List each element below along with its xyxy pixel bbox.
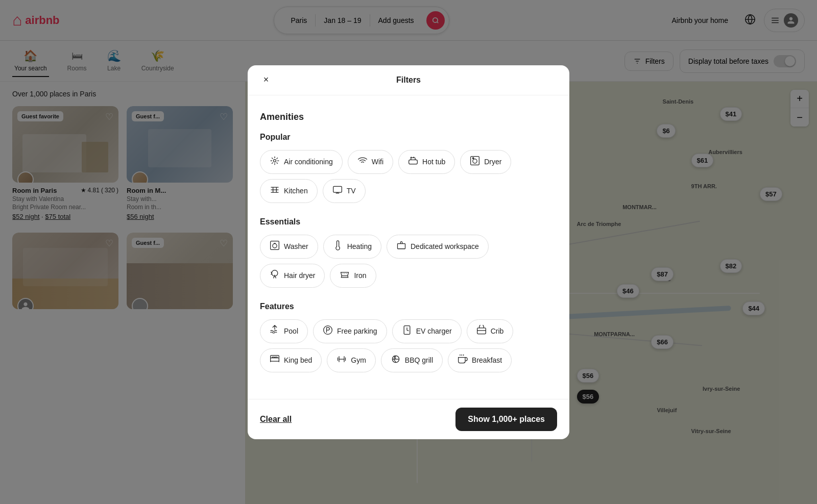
features-subsection-title: Features bbox=[260, 302, 557, 311]
popular-subsection: Popular Air conditioning bbox=[260, 133, 557, 203]
wifi-icon bbox=[357, 156, 368, 168]
amenity-bbq-grill[interactable]: BBQ grill bbox=[381, 348, 443, 372]
amenity-dedicated-workspace[interactable]: Dedicated workspace bbox=[387, 235, 489, 259]
breakfast-icon bbox=[458, 354, 468, 367]
svg-point-12 bbox=[473, 157, 474, 159]
essentials-chips: Washer Heating bbox=[260, 235, 557, 288]
parking-icon bbox=[323, 325, 333, 338]
chip-label: Free parking bbox=[337, 327, 377, 335]
modal-close-button[interactable]: × bbox=[258, 72, 274, 88]
chip-label: Hot tub bbox=[422, 158, 445, 166]
svg-rect-19 bbox=[477, 327, 486, 334]
amenity-king-bed[interactable]: King bed bbox=[260, 348, 322, 372]
kitchen-icon bbox=[270, 185, 280, 197]
amenity-gym[interactable]: Gym bbox=[327, 348, 376, 372]
amenity-breakfast[interactable]: Breakfast bbox=[448, 348, 512, 372]
chip-label: TV bbox=[347, 187, 356, 195]
svg-point-11 bbox=[473, 159, 477, 163]
pool-icon bbox=[270, 325, 280, 338]
svg-rect-14 bbox=[271, 241, 279, 249]
features-subsection: Features Pool bbox=[260, 302, 557, 372]
amenity-kitchen[interactable]: Kitchen bbox=[260, 179, 318, 203]
ev-charger-icon bbox=[402, 325, 412, 338]
amenity-iron[interactable]: Iron bbox=[330, 264, 376, 288]
svg-rect-16 bbox=[397, 243, 405, 248]
amenities-section-title: Amenities bbox=[260, 112, 557, 122]
amenity-washer[interactable]: Washer bbox=[260, 235, 318, 259]
svg-point-8 bbox=[274, 159, 276, 162]
chip-label: Dedicated workspace bbox=[411, 242, 479, 250]
washer-icon bbox=[270, 240, 280, 253]
chip-label: Kitchen bbox=[284, 187, 308, 195]
popular-chips: Air conditioning Wifi bbox=[260, 150, 557, 203]
svg-rect-10 bbox=[471, 156, 479, 165]
show-places-button[interactable]: Show 1,000+ places bbox=[455, 408, 557, 431]
chip-label: Breakfast bbox=[472, 356, 502, 364]
chip-label: BBQ grill bbox=[405, 356, 433, 364]
crib-icon bbox=[476, 325, 487, 338]
iron-icon bbox=[340, 269, 350, 282]
king-bed-icon bbox=[270, 354, 280, 367]
amenity-crib[interactable]: Crib bbox=[467, 319, 514, 343]
workspace-icon bbox=[396, 240, 406, 253]
gym-icon bbox=[337, 354, 347, 367]
modal-footer: Clear all Show 1,000+ places bbox=[248, 399, 569, 439]
essentials-subsection-title: Essentials bbox=[260, 217, 557, 226]
modal-overlay: × Filters Amenities Popular Air conditio… bbox=[0, 0, 817, 504]
chip-label: Iron bbox=[354, 271, 366, 280]
amenity-dryer[interactable]: Dryer bbox=[460, 150, 511, 174]
amenity-pool[interactable]: Pool bbox=[260, 319, 308, 343]
chip-label: Hair dryer bbox=[284, 271, 315, 280]
chip-label: Gym bbox=[351, 356, 366, 364]
tv-icon bbox=[332, 185, 343, 197]
chip-label: King bed bbox=[284, 356, 312, 364]
filters-modal: × Filters Amenities Popular Air conditio… bbox=[248, 65, 569, 439]
modal-body: Amenities Popular Air conditioning bbox=[248, 95, 569, 399]
dryer-icon bbox=[470, 156, 480, 168]
heating-icon bbox=[333, 240, 343, 253]
svg-point-15 bbox=[273, 243, 277, 247]
clear-all-button[interactable]: Clear all bbox=[260, 415, 292, 424]
chip-label: Crib bbox=[491, 327, 504, 335]
modal-header: × Filters bbox=[248, 65, 569, 95]
chip-label: Wifi bbox=[372, 158, 383, 166]
chip-label: Air conditioning bbox=[284, 158, 333, 166]
bbq-grill-icon bbox=[391, 354, 401, 367]
amenity-hair-dryer[interactable]: Hair dryer bbox=[260, 264, 325, 288]
chip-label: Pool bbox=[284, 327, 298, 335]
features-chips: Pool Free parking bbox=[260, 319, 557, 372]
amenity-ev-charger[interactable]: EV charger bbox=[392, 319, 462, 343]
chip-label: Washer bbox=[284, 242, 308, 250]
popular-subsection-title: Popular bbox=[260, 133, 557, 142]
modal-title: Filters bbox=[396, 75, 421, 85]
essentials-subsection: Essentials Washer bbox=[260, 217, 557, 288]
amenity-heating[interactable]: Heating bbox=[323, 235, 381, 259]
chip-label: Heating bbox=[347, 242, 372, 250]
svg-rect-9 bbox=[409, 160, 418, 164]
chip-label: Dryer bbox=[484, 158, 501, 166]
amenity-air-conditioning[interactable]: Air conditioning bbox=[260, 150, 343, 174]
air-conditioning-icon bbox=[270, 156, 280, 168]
svg-rect-13 bbox=[333, 186, 342, 192]
amenity-wifi[interactable]: Wifi bbox=[348, 150, 393, 174]
amenity-hot-tub[interactable]: Hot tub bbox=[398, 150, 455, 174]
hair-dryer-icon bbox=[270, 269, 280, 282]
amenity-free-parking[interactable]: Free parking bbox=[313, 319, 387, 343]
hot-tub-icon bbox=[408, 156, 418, 168]
amenity-tv[interactable]: TV bbox=[323, 179, 366, 203]
chip-label: EV charger bbox=[416, 327, 452, 335]
